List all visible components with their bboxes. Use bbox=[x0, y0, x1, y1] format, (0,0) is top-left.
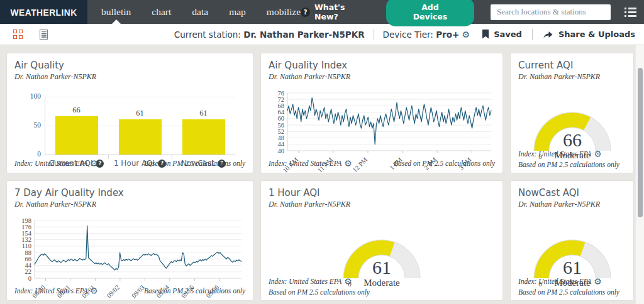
tab-map[interactable]: map bbox=[229, 0, 246, 24]
y-axis-label: 68 bbox=[278, 102, 285, 109]
y-axis-label: 56 bbox=[278, 122, 285, 129]
top-nav: WEATHERLINK bulletin chart data map mobi… bbox=[0, 0, 644, 24]
index-gear-icon[interactable]: ⚙ bbox=[594, 149, 602, 159]
card-footer: Index: United States EPA ⚙ Based on PM 2… bbox=[14, 158, 245, 168]
pm-footnote: Based on PM 2.5 calculations only bbox=[144, 160, 245, 167]
index-gear-icon[interactable]: ⚙ bbox=[344, 276, 352, 286]
pm-footnote: Based on PM 2.5 calculations only bbox=[518, 161, 626, 168]
index-footnote: Index: United States EPA ⚙ bbox=[269, 276, 495, 286]
bar-value-label: 61 bbox=[191, 109, 216, 118]
y-axis-label: 176 bbox=[21, 224, 31, 231]
grid-view-icon[interactable] bbox=[13, 30, 23, 40]
gauge-value: 61 bbox=[563, 257, 582, 278]
y-axis-label: 40 bbox=[278, 148, 285, 155]
tab-mobilize[interactable]: mobilize bbox=[267, 0, 301, 24]
y-axis-label: 76 bbox=[278, 90, 285, 97]
card-nowcast-aqi: NowCast AQI Dr. Nathan Parker-N5PKR 61Mo… bbox=[510, 180, 634, 301]
search-input[interactable] bbox=[491, 4, 611, 20]
y-axis-label: 0 bbox=[19, 150, 41, 158]
share-uploads-button[interactable]: Share & Uploads bbox=[543, 30, 635, 39]
card-title: Air Quality bbox=[14, 60, 245, 71]
index-footnote: Index: United States EPA ⚙ bbox=[518, 276, 626, 286]
index-gear-icon[interactable]: ⚙ bbox=[344, 158, 352, 168]
data-series bbox=[287, 98, 491, 144]
y-axis-label: 50 bbox=[19, 121, 41, 129]
dashboard-grid: Air Quality Dr. Nathan Parker-N5PKR 0501… bbox=[0, 45, 635, 304]
view-switcher bbox=[0, 30, 48, 40]
card-footer: Index: United States EPA ⚙ Based on PM 2… bbox=[518, 149, 626, 168]
pm-footnote: Based on PM 2.5 calculations only bbox=[269, 288, 495, 296]
nav-right-cluster: ? What's New? Add Devices bbox=[301, 0, 644, 26]
card-1hour-aqi: 1 Hour AQI Dr. Nathan Parker-N5PKR 61Mod… bbox=[260, 180, 503, 301]
share-icon bbox=[543, 30, 553, 39]
pm-footnote: Based on PM 2.5 calculations only bbox=[518, 288, 626, 296]
question-circle-icon: ? bbox=[301, 8, 310, 17]
y-axis-label: 198 bbox=[21, 217, 31, 224]
nav-tabs: bulletin chart data map mobilize bbox=[101, 0, 301, 24]
logo[interactable]: WEATHERLINK bbox=[0, 0, 87, 24]
saved-button[interactable]: Saved bbox=[482, 30, 522, 39]
y-axis-label: 60 bbox=[278, 115, 285, 122]
toolbar-actions: Saved Share & Uploads bbox=[482, 29, 644, 40]
scrollbar-thumb[interactable] bbox=[638, 68, 643, 217]
bar bbox=[182, 119, 225, 155]
index-gear-icon[interactable]: ⚙ bbox=[90, 286, 98, 296]
y-axis-label: 154 bbox=[21, 230, 32, 237]
device-tier-gear-icon[interactable]: ⚙ bbox=[462, 30, 470, 40]
y-axis-label: 48 bbox=[278, 134, 285, 141]
gridline bbox=[45, 155, 235, 155]
device-tier: Device Tier: Pro+ ⚙ bbox=[383, 30, 470, 40]
card-title: NowCast AQI bbox=[518, 187, 626, 198]
card-title: Air Quality Index bbox=[269, 60, 495, 71]
menu-list-icon[interactable] bbox=[625, 8, 636, 17]
y-axis-label: 0 bbox=[28, 275, 31, 282]
card-title: 1 Hour AQI bbox=[269, 187, 495, 198]
card-footer: Index: United States EPA ⚙ Based on PM 2… bbox=[269, 158, 495, 168]
index-footnote: Index: United States EPA ⚙ bbox=[14, 158, 98, 168]
current-station-name: Dr. Nathan Parker-N5PKR bbox=[243, 30, 364, 40]
card-title: 7 Day Air Quality Index bbox=[14, 187, 245, 198]
card-footer: Index: United States EPA ⚙ Based on PM 2… bbox=[14, 286, 245, 296]
index-gear-icon[interactable]: ⚙ bbox=[90, 158, 98, 168]
pm-footnote: Based on PM 2.5 calculations only bbox=[144, 287, 245, 295]
index-footnote: Index: United States EPA ⚙ bbox=[518, 149, 626, 159]
card-subtitle: Dr. Nathan Parker-N5PKR bbox=[269, 200, 495, 209]
y-axis-label: 100 bbox=[19, 92, 41, 100]
gauge-value: 66 bbox=[563, 129, 582, 150]
y-axis-label: 66 bbox=[25, 256, 32, 263]
card-title: Current AQI bbox=[518, 60, 626, 71]
y-axis-label: 64 bbox=[278, 109, 285, 116]
station-toolbar: Current station: Dr. Nathan Parker-N5PKR… bbox=[0, 24, 644, 45]
card-subtitle: Dr. Nathan Parker-N5PKR bbox=[14, 72, 245, 82]
index-footnote: Index: United States EPA ⚙ bbox=[14, 286, 98, 296]
bookmark-icon bbox=[482, 30, 489, 39]
y-axis-label: 88 bbox=[25, 249, 32, 256]
y-axis-label: 52 bbox=[278, 128, 285, 135]
index-gear-icon[interactable]: ⚙ bbox=[594, 276, 602, 286]
logo-text: WEATHERLINK bbox=[10, 7, 77, 18]
card-subtitle: Dr. Nathan Parker-N5PKR bbox=[518, 200, 626, 209]
data-series bbox=[35, 225, 242, 270]
active-tab-caret bbox=[112, 19, 121, 24]
card-subtitle: Dr. Nathan Parker-N5PKR bbox=[14, 200, 245, 209]
bar-value-label: 66 bbox=[64, 106, 89, 115]
tab-bulletin[interactable]: bulletin bbox=[101, 0, 131, 24]
gauge-value: 61 bbox=[372, 257, 391, 278]
add-devices-button[interactable]: Add Devices bbox=[386, 0, 474, 26]
gridline bbox=[45, 97, 235, 97]
tab-chart[interactable]: chart bbox=[152, 0, 171, 24]
pm-footnote: Based on PM 2.5 calculations only bbox=[394, 160, 495, 167]
scrollbar-track[interactable] bbox=[635, 45, 644, 304]
y-axis-label: 22 bbox=[25, 268, 32, 275]
device-tier-value: Pro+ bbox=[436, 30, 459, 40]
current-station: Current station: Dr. Nathan Parker-N5PKR bbox=[174, 30, 365, 40]
tab-data[interactable]: data bbox=[192, 0, 208, 24]
whats-new-link[interactable]: ? What's New? bbox=[301, 3, 371, 21]
y-axis bbox=[45, 97, 45, 155]
card-7day-aqi: 7 Day Air Quality Index Dr. Nathan Parke… bbox=[6, 180, 253, 301]
bar bbox=[55, 116, 98, 155]
divider bbox=[374, 29, 374, 40]
y-axis-label: 44 bbox=[25, 262, 32, 269]
report-view-icon[interactable] bbox=[40, 30, 48, 40]
card-footer: Index: United States EPA ⚙ Based on PM 2… bbox=[269, 276, 495, 296]
